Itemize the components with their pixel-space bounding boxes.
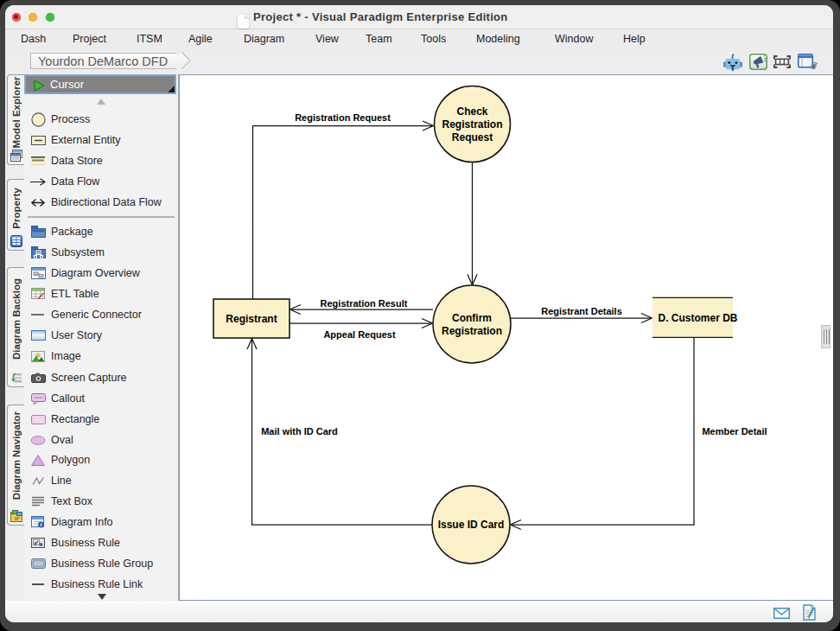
- svg-text:Registration: Registration: [442, 118, 502, 131]
- svg-text:i: i: [41, 521, 42, 527]
- svg-text:Check: Check: [456, 105, 487, 118]
- svg-text:Registrant: Registrant: [226, 313, 277, 325]
- svg-text:Request: Request: [452, 131, 493, 143]
- svg-text:Issue ID Card: Issue ID Card: [438, 519, 505, 531]
- svg-text:Mail with ID Card: Mail with ID Card: [261, 426, 338, 437]
- svg-text:D. Customer DB: D. Customer DB: [659, 312, 738, 324]
- svg-text:Registrant Details: Registrant Details: [541, 306, 622, 316]
- svg-text:Confirm: Confirm: [452, 312, 492, 324]
- svg-text:Appeal Request: Appeal Request: [323, 329, 395, 340]
- svg-text:Registration Request: Registration Request: [295, 112, 391, 123]
- svg-text:Registration: Registration: [442, 325, 502, 337]
- svg-text:Registration Result: Registration Result: [321, 298, 408, 309]
- svg-text:Member Detail: Member Detail: [702, 426, 767, 437]
